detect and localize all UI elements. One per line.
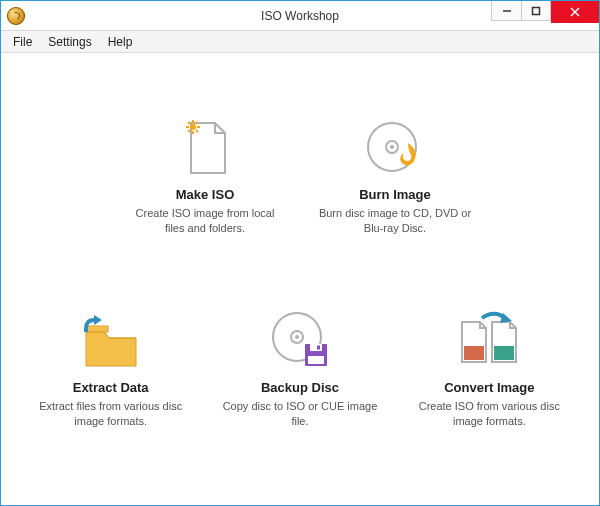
app-icon [7, 7, 25, 25]
svg-rect-26 [494, 346, 514, 360]
convert-image-title: Convert Image [409, 380, 569, 395]
burn-image-icon [315, 113, 475, 177]
svg-rect-25 [464, 346, 484, 360]
convert-image-icon [409, 306, 569, 370]
make-iso-desc: Create ISO image from local files and fo… [125, 206, 285, 236]
burn-image-card[interactable]: Burn Image Burn disc image to CD, DVD or… [315, 113, 475, 236]
svg-rect-16 [86, 326, 108, 332]
make-iso-title: Make ISO [125, 187, 285, 202]
action-grid: Make ISO Create ISO image from local fil… [21, 113, 579, 428]
backup-disc-icon [220, 306, 380, 370]
convert-image-card[interactable]: Convert Image Create ISO from various di… [409, 306, 569, 429]
menu-settings[interactable]: Settings [40, 33, 99, 51]
extract-data-card[interactable]: Extract Data Extract files from various … [31, 306, 191, 429]
svg-point-15 [390, 145, 394, 149]
extract-data-icon [31, 306, 191, 370]
svg-point-4 [190, 124, 196, 130]
menu-help[interactable]: Help [100, 33, 141, 51]
svg-line-12 [196, 122, 198, 124]
backup-disc-title: Backup Disc [220, 380, 380, 395]
burn-image-title: Burn Image [315, 187, 475, 202]
backup-disc-card[interactable]: Backup Disc Copy disc to ISO or CUE imag… [220, 306, 380, 429]
menu-file[interactable]: File [5, 33, 40, 51]
titlebar: ISO Workshop [1, 1, 599, 31]
close-button[interactable] [551, 1, 599, 23]
minimize-icon [502, 6, 512, 16]
svg-point-20 [295, 335, 299, 339]
backup-disc-desc: Copy disc to ISO or CUE image file. [220, 399, 380, 429]
menubar: File Settings Help [1, 31, 599, 53]
window-controls [491, 1, 599, 30]
svg-marker-17 [94, 315, 102, 325]
svg-rect-24 [308, 356, 324, 364]
maximize-icon [531, 6, 541, 16]
maximize-button[interactable] [521, 1, 551, 21]
burn-image-desc: Burn disc image to CD, DVD or Blu-ray Di… [315, 206, 475, 236]
svg-rect-22 [310, 344, 322, 351]
make-iso-card[interactable]: Make ISO Create ISO image from local fil… [125, 113, 285, 236]
extract-data-desc: Extract files from various disc image fo… [31, 399, 191, 429]
svg-line-11 [188, 130, 190, 132]
content-area: Make ISO Create ISO image from local fil… [1, 53, 599, 448]
minimize-button[interactable] [491, 1, 521, 21]
make-iso-icon [125, 113, 285, 177]
convert-image-desc: Create ISO from various disc image forma… [409, 399, 569, 429]
extract-data-title: Extract Data [31, 380, 191, 395]
svg-rect-23 [317, 345, 320, 349]
svg-rect-1 [533, 7, 540, 14]
svg-line-10 [196, 130, 198, 132]
svg-line-9 [188, 122, 190, 124]
close-icon [569, 6, 581, 18]
